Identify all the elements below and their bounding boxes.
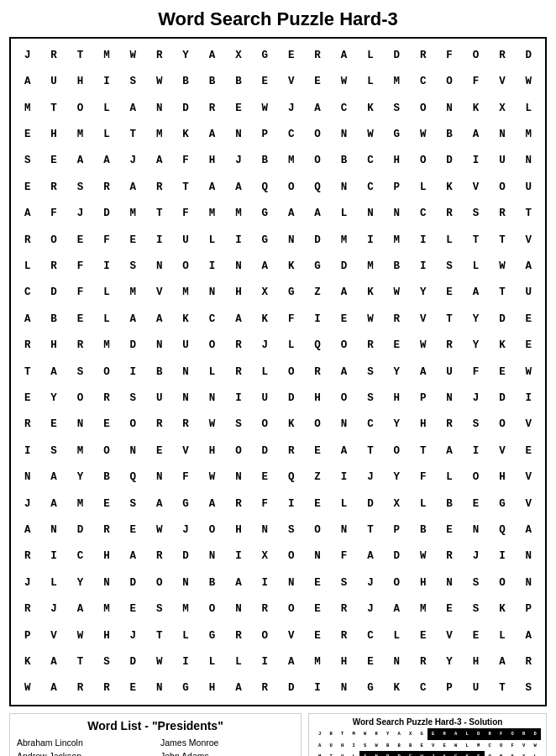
grid-cell: A — [120, 306, 146, 332]
grid-cell: E — [410, 622, 436, 648]
grid-cell: N — [252, 517, 278, 543]
grid-cell: A — [199, 42, 225, 68]
grid-cell: A — [14, 200, 40, 226]
grid-cell: B — [146, 359, 172, 385]
grid-cell: W — [199, 412, 225, 438]
grid-cell: E — [304, 622, 330, 648]
grid-cell: L — [410, 491, 436, 517]
grid-cell: R — [278, 438, 304, 464]
grid-cell: R — [14, 543, 40, 570]
grid-cell: I — [516, 385, 542, 411]
grid-cell: W — [146, 648, 172, 675]
grid-cell: O — [304, 517, 330, 543]
grid-cell: M — [172, 280, 198, 306]
solution-panel: Word Search Puzzle Hard-3 - Solution JRT… — [308, 713, 547, 756]
grid-cell: J — [40, 596, 66, 622]
grid-cell: F — [40, 200, 66, 226]
grid-cell: F — [463, 359, 489, 385]
grid-cell: B — [199, 68, 225, 94]
grid-cell: T — [489, 675, 515, 701]
grid-cell: W — [357, 306, 383, 332]
grid-cell: W — [410, 543, 436, 570]
solution-cell: M — [349, 728, 360, 740]
grid-cell: N — [199, 543, 225, 570]
grid-cell: M — [225, 200, 251, 226]
grid-cell: X — [252, 543, 278, 570]
grid-cell: L — [516, 95, 542, 121]
grid-cell: A — [93, 148, 119, 174]
grid-cell: W — [516, 359, 542, 385]
grid-cell: L — [199, 227, 225, 253]
solution-cell: B — [394, 740, 406, 752]
grid-cell: V — [516, 465, 542, 491]
grid-cell: I — [357, 227, 383, 253]
grid-cell: L — [357, 68, 383, 94]
word-list-col1: Abraham LincolnAndrew JacksonAndrew John… — [17, 736, 150, 756]
grid-cell: K — [252, 306, 278, 332]
grid-cell: P — [516, 596, 542, 622]
grid-cell: T — [489, 227, 515, 253]
solution-cell: H — [337, 740, 349, 752]
solution-cell: D — [473, 728, 485, 740]
solution-cell: L — [349, 751, 360, 756]
grid-cell: P — [252, 121, 278, 147]
grid-cell: S — [67, 359, 93, 385]
grid-cell: H — [93, 622, 119, 648]
grid-cell: I — [278, 491, 304, 517]
solution-cell: L — [462, 740, 474, 752]
word-list-columns: Abraham LincolnAndrew JacksonAndrew John… — [17, 736, 294, 756]
grid-cell: U — [489, 148, 515, 174]
grid-cell: N — [40, 517, 66, 543]
grid-cell: J — [357, 465, 383, 491]
grid-cell: S — [463, 596, 489, 622]
grid-cell: Z — [304, 280, 330, 306]
grid-cell: S — [278, 517, 304, 543]
grid-cell: M — [120, 280, 146, 306]
grid-cell: A — [199, 121, 225, 147]
word-list-panel: Word List - "Presidents" Abraham Lincoln… — [9, 713, 302, 756]
grid-cell: R — [225, 622, 251, 648]
grid-cell: E — [252, 465, 278, 491]
grid-cell: J — [357, 570, 383, 596]
bottom-section: Word List - "Presidents" Abraham Lincoln… — [9, 713, 547, 756]
grid-cell: S — [516, 675, 542, 701]
grid-cell: G — [252, 42, 278, 68]
grid-cell: I — [93, 68, 119, 94]
grid-cell: E — [120, 227, 146, 253]
grid-cell: E — [463, 622, 489, 648]
grid-cell: H — [199, 438, 225, 464]
grid-cell: V — [463, 174, 489, 200]
grid-cell: Q — [304, 332, 330, 358]
grid-cell: O — [278, 359, 304, 385]
grid-cell: S — [384, 95, 410, 121]
grid-cell: G — [278, 280, 304, 306]
solution-cell: L — [462, 728, 474, 740]
grid-cell: M — [357, 253, 383, 279]
grid-cell: M — [146, 121, 172, 147]
solution-cell: A — [450, 728, 462, 740]
solution-cell: I — [349, 740, 360, 752]
grid-cell: P — [410, 385, 436, 411]
grid-cell: S — [120, 385, 146, 411]
solution-cell: T — [337, 728, 349, 740]
grid-cell: X — [489, 95, 515, 121]
grid-cell: O — [436, 68, 462, 94]
grid-cell: E — [14, 121, 40, 147]
solution-cell: L — [530, 751, 542, 756]
grid-cell: S — [67, 174, 93, 200]
grid-cell: N — [331, 412, 357, 438]
grid-cell: R — [199, 95, 225, 121]
grid-cell: N — [331, 174, 357, 200]
grid-cell: X — [384, 491, 410, 517]
grid-cell: L — [463, 253, 489, 279]
grid-cell: I — [146, 227, 172, 253]
page-title: Word Search Puzzle Hard-3 — [8, 8, 548, 30]
grid-cell: A — [225, 306, 251, 332]
grid-cell: R — [436, 412, 462, 438]
grid-cell: T — [67, 648, 93, 675]
puzzle-grid: JRTMWRYAXGERALDRFORDAUHISWBBBEVEWLMCOFVW… — [14, 42, 542, 701]
grid-cell: E — [120, 596, 146, 622]
solution-cell: W — [450, 740, 462, 752]
grid-cell: E — [304, 596, 330, 622]
solution-cell: J — [314, 728, 326, 740]
